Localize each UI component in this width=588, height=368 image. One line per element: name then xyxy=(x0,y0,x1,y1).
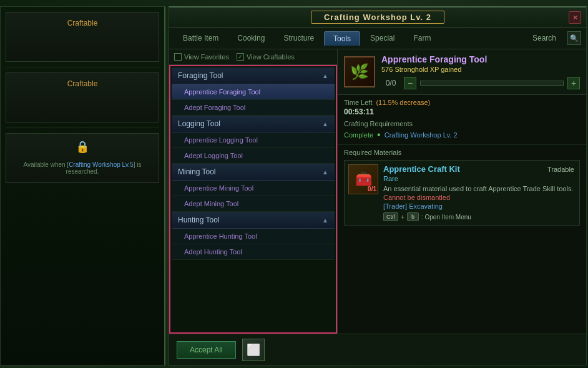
material-trader: [Trader] Excavating xyxy=(383,202,576,210)
materials-title: Required Materials xyxy=(344,149,580,156)
sidebar-card-2: Craftable xyxy=(6,72,159,122)
item-quantity: 0/0 xyxy=(381,79,400,87)
qty-bar xyxy=(420,81,564,86)
item-xp-label: Stronghold XP gained xyxy=(394,66,461,73)
category-mining-label: Mining Tool xyxy=(178,167,215,176)
mining-items: Apprentice Mining Tool Adept Mining Tool xyxy=(172,181,335,212)
left-panel: View Favorites ✓ View Craftables Foragin… xyxy=(169,49,338,334)
sidebar-locked-card: 🔒 Available when [Crafting Workshop Lv.5… xyxy=(6,133,159,183)
tab-bar: Battle Item Cooking Structure Tools Spec… xyxy=(169,27,586,49)
tab-battle-item[interactable]: Battle Item xyxy=(174,31,227,45)
category-hunting-header[interactable]: Hunting Tool ▲ xyxy=(172,212,335,229)
item-name: Apprentice Foraging Tool xyxy=(381,54,580,64)
item-adept-foraging-tool[interactable]: Adept Foraging Tool xyxy=(172,100,335,116)
tab-search-area: Search 🔍 xyxy=(524,31,581,45)
req-link: Crafting Workshop Lv. 2 xyxy=(385,131,458,139)
materials-section: Required Materials 🧰 0/1 Apprentice Craf… xyxy=(338,145,586,334)
craftable-label-1: Craftable xyxy=(67,19,98,27)
item-icon: 🌿 xyxy=(344,56,375,87)
material-qty-overlay: 0/1 xyxy=(368,186,376,192)
filters-bar: View Favorites ✓ View Craftables xyxy=(169,49,337,65)
right-panel: 🌿 Apprentice Foraging Tool 576 Stronghol… xyxy=(338,49,586,334)
craftables-checkbox-box[interactable]: ✓ xyxy=(237,53,244,61)
category-mining-header[interactable]: Mining Tool ▲ xyxy=(172,164,335,181)
foraging-items: Apprentice Foraging Tool Adept Foraging … xyxy=(172,84,335,116)
logging-chevron-icon: ▲ xyxy=(322,121,328,127)
tab-search-label: Search xyxy=(524,31,565,45)
close-button[interactable]: ✕ xyxy=(569,11,581,24)
time-value: 00:53:11 xyxy=(344,107,580,116)
shortcut-plus: + xyxy=(401,214,404,221)
item-qty: 0/0 − + xyxy=(381,77,580,89)
material-item: 🧰 0/1 Apprentice Craft Kit Rare Tradable… xyxy=(344,160,580,226)
item-apprentice-mining-tool[interactable]: Apprentice Mining Tool xyxy=(172,181,335,196)
material-icon: 🧰 0/1 xyxy=(348,164,378,194)
sidebar-card-1: Craftable xyxy=(6,12,159,62)
category-logging-label: Logging Tool xyxy=(178,119,220,128)
material-rarity: Rare xyxy=(383,175,576,182)
view-favorites-checkbox[interactable]: View Favorites xyxy=(174,53,229,61)
main-window: Crafting Workshop Lv. 2 ✕ Battle Item Co… xyxy=(169,6,587,366)
craftable-label-2: Craftable xyxy=(67,79,98,88)
tab-special[interactable]: Special xyxy=(361,31,403,45)
crafting-requirements-label: Crafting Requirements xyxy=(344,120,580,127)
req-bullet: • xyxy=(377,129,381,141)
category-logging-header[interactable]: Logging Tool ▲ xyxy=(172,116,335,132)
category-hunting-tool: Hunting Tool ▲ Apprentice Hunting Tool A… xyxy=(172,212,335,260)
time-decrease: (11.5% decrease) xyxy=(376,99,430,106)
sidebar-locked-text: Available when [Crafting Workshop Lv.5] … xyxy=(12,161,152,175)
item-apprentice-hunting-tool[interactable]: Apprentice Hunting Tool xyxy=(172,229,335,244)
window-title: Crafting Workshop Lv. 2 xyxy=(311,11,444,24)
item-header: 🌿 Apprentice Foraging Tool 576 Stronghol… xyxy=(338,49,586,95)
category-logging-tool: Logging Tool ▲ Apprentice Logging Tool A… xyxy=(172,116,335,164)
view-craftables-checkbox[interactable]: ✓ View Craftables xyxy=(237,53,295,61)
material-description: An essential material used to craft Appr… xyxy=(383,185,576,192)
search-button[interactable]: 🔍 xyxy=(567,31,581,45)
time-left-label: Time Left xyxy=(344,99,372,106)
category-list[interactable]: Foraging Tool ▲ Apprentice Foraging Tool… xyxy=(169,65,337,334)
bottom-bar: Accept All ⬜ xyxy=(169,334,586,365)
sidebar-separator xyxy=(6,67,159,67)
sidebar-panel: Craftable Craftable 🔒 Available when [Cr… xyxy=(0,6,165,366)
favorites-label: View Favorites xyxy=(184,53,229,61)
req-status: Complete • Crafting Workshop Lv. 2 xyxy=(344,129,580,141)
item-xp-value: 576 xyxy=(381,66,393,73)
category-foraging-header[interactable]: Foraging Tool ▲ xyxy=(172,67,335,84)
accept-all-button[interactable]: Accept All xyxy=(177,341,236,359)
item-adept-hunting-tool[interactable]: Adept Hunting Tool xyxy=(172,244,335,260)
item-xp: 576 Stronghold XP gained xyxy=(381,66,580,73)
logging-items: Apprentice Logging Tool Adept Logging To… xyxy=(172,132,335,164)
material-name: Apprentice Craft Kit xyxy=(383,164,576,174)
category-mining-tool: Mining Tool ▲ Apprentice Mining Tool Ade… xyxy=(172,164,335,212)
material-tradable: Tradable xyxy=(547,166,574,173)
item-apprentice-foraging-tool[interactable]: Apprentice Foraging Tool xyxy=(172,84,335,100)
tab-tools[interactable]: Tools xyxy=(324,31,360,46)
tab-farm[interactable]: Farm xyxy=(404,31,439,45)
hunting-items: Apprentice Hunting Tool Adept Hunting To… xyxy=(172,229,335,260)
category-hunting-label: Hunting Tool xyxy=(178,216,220,224)
sidebar-separator-2 xyxy=(6,127,159,128)
tab-structure[interactable]: Structure xyxy=(275,31,323,45)
favorites-checkbox-box[interactable] xyxy=(174,53,182,61)
craftables-label: View Craftables xyxy=(247,53,295,61)
item-adept-mining-tool[interactable]: Adept Mining Tool xyxy=(172,196,335,212)
category-foraging-label: Foraging Tool xyxy=(178,71,223,80)
item-details: Time Left (11.5% decrease) 00:53:11 Craf… xyxy=(338,95,586,145)
rmb-key: 🖱 xyxy=(407,212,419,221)
lock-icon: 🔒 xyxy=(76,140,89,154)
tab-cooking[interactable]: Cooking xyxy=(228,31,273,45)
item-adept-logging-tool[interactable]: Adept Logging Tool xyxy=(172,148,335,164)
item-apprentice-logging-tool[interactable]: Apprentice Logging Tool xyxy=(172,132,335,148)
foraging-chevron-icon: ▲ xyxy=(322,72,328,79)
title-bar: Crafting Workshop Lv. 2 ✕ xyxy=(169,7,586,27)
hunting-chevron-icon: ▲ xyxy=(322,217,328,224)
item-info: Apprentice Foraging Tool 576 Stronghold … xyxy=(381,54,580,89)
category-foraging-tool: Foraging Tool ▲ Apprentice Foraging Tool… xyxy=(172,67,335,116)
qty-increase-button[interactable]: + xyxy=(567,77,580,89)
req-complete: Complete xyxy=(344,131,373,139)
ctrl-key: Ctrl xyxy=(383,212,398,221)
shortcut-label: : Open Item Menu xyxy=(421,214,471,221)
accept-icon: ⬜ xyxy=(242,339,265,361)
content-area: View Favorites ✓ View Craftables Foragin… xyxy=(169,49,586,334)
qty-decrease-button[interactable]: − xyxy=(404,77,416,89)
